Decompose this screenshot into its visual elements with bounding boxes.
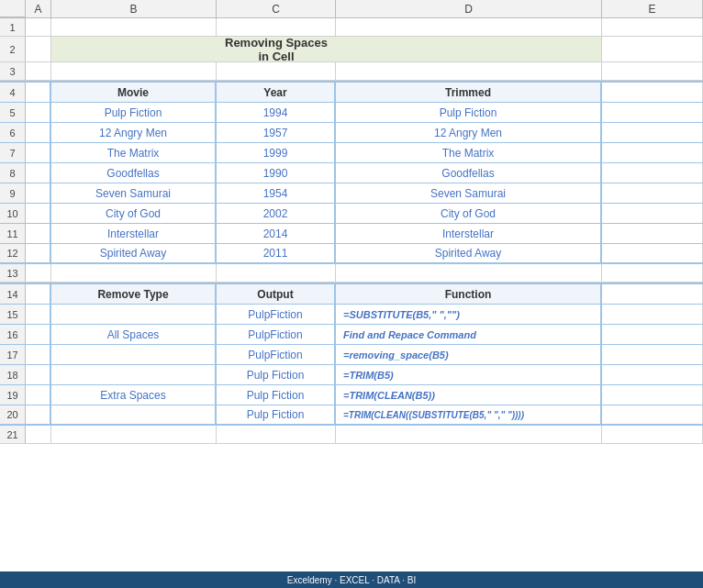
cell-b15 [51,305,217,324]
cell-d3 [336,62,602,80]
row-15: 15 PulpFiction =SUBSTITUTE(B5," ","") [0,305,703,325]
rownum-13: 13 [0,264,26,282]
row-2: 2 Removing Spaces in Cell [0,37,703,62]
cell-c13 [217,264,336,282]
cell-c6: 1957 [217,123,336,142]
rownum-9: 9 [0,183,26,203]
rownum-3: 3 [0,62,26,80]
cell-b8: Goodfellas [51,163,217,183]
cell-e16 [602,325,703,344]
cell-d10: City of God [336,204,602,223]
cell-a18 [26,365,51,384]
cell-c7: 1999 [217,143,336,162]
cell-e20 [602,405,703,424]
cell-e7 [602,143,703,162]
row-6: 6 12 Angry Men 1957 12 Angry Men [0,123,703,143]
cell-c21 [217,426,336,443]
brand-bar: Exceldemy · EXCEL · DATA · BI [0,571,703,588]
cell-b21 [51,426,217,443]
cell-c14-header: Output [217,284,336,304]
rownum-17: 17 [0,345,26,364]
cell-a11 [26,224,51,243]
cell-b16: All Spaces [51,325,217,344]
cell-e18 [602,365,703,384]
cell-a3 [26,62,51,80]
cell-d12: Spirited Away [336,244,602,262]
cell-a12 [26,244,51,262]
cell-d4-header: Trimmed [336,83,602,102]
row-12: 12 Spirited Away 2011 Spirited Away [0,244,703,264]
cell-b1 [51,18,217,36]
cell-c17: PulpFiction [217,345,336,364]
cell-d14-header: Function [336,284,602,304]
cell-d2 [336,37,602,61]
cell-e14 [602,284,703,304]
cell-e19 [602,385,703,405]
cell-b12: Spirited Away [51,244,217,262]
rownum-7: 7 [0,143,26,162]
cell-c8: 1990 [217,163,336,183]
row-21: 21 [0,426,703,444]
row-19: 19 Extra Spaces Pulp Fiction =TRIM(CLEAN… [0,385,703,405]
cell-a10 [26,204,51,223]
cell-c20: Pulp Fiction [217,405,336,424]
cell-d7: The Matrix [336,143,602,162]
cell-e8 [602,163,703,183]
cell-a7 [26,143,51,162]
row-16: 16 All Spaces PulpFiction Find and Repac… [0,325,703,345]
row-14: 14 Remove Type Output Function [0,283,703,305]
cell-d15: =SUBSTITUTE(B5," ","") [336,305,602,324]
cell-e4 [602,83,703,102]
cell-a16 [26,325,51,344]
cell-a13 [26,264,51,282]
row-5: 5 Pulp Fiction 1994 Pulp Fiction [0,103,703,123]
rownum-14: 14 [0,284,26,304]
rownum-21: 21 [0,426,26,443]
cell-d11: Interstellar [336,224,602,243]
cell-b11: Interstellar [51,224,217,243]
cell-b13 [51,264,217,282]
cell-b10: City of God [51,204,217,223]
row-13: 13 [0,264,703,283]
cell-a20 [26,405,51,424]
cell-a17 [26,345,51,364]
cell-d6: 12 Angry Men [336,123,602,142]
cell-d9: Seven Samurai [336,183,602,203]
rows-container: 1 2 Removing Spaces in Cell 3 [0,18,703,571]
rownum-19: 19 [0,385,26,405]
column-headers: A B C D E [0,0,703,18]
row-8: 8 Goodfellas 1990 Goodfellas [0,163,703,183]
spreadsheet: A B C D E 1 2 Removing Spaces in Cell 3 [0,0,703,588]
cell-a6 [26,123,51,142]
rownum-16: 16 [0,325,26,344]
cell-b14-header: Remove Type [51,284,217,304]
cell-a4 [26,83,51,102]
cell-c5: 1994 [217,103,336,122]
cell-c18: Pulp Fiction [217,365,336,384]
rownum-1: 1 [0,18,26,36]
cell-c1 [217,18,336,36]
row-3: 3 [0,62,703,81]
cell-b17 [51,345,217,364]
rownum-11: 11 [0,224,26,243]
cell-a5 [26,103,51,122]
cell-d13 [336,264,602,282]
col-header-b: B [51,0,217,17]
brand-name: Exceldemy [287,575,332,585]
row-7: 7 The Matrix 1999 The Matrix [0,143,703,163]
row-4: 4 Movie Year Trimmed [0,81,703,103]
cell-b7: The Matrix [51,143,217,162]
cell-e11 [602,224,703,243]
cell-d20: =TRIM(CLEAN((SUBSTITUTE(B5," "," ")))) [336,405,602,424]
cell-e13 [602,264,703,282]
cell-c19: Pulp Fiction [217,385,336,405]
rownum-2: 2 [0,37,26,61]
cell-b20 [51,405,217,424]
row-18: 18 Pulp Fiction =TRIM(B5) [0,365,703,385]
cell-c2: Removing Spaces in Cell [217,37,336,61]
cell-a19 [26,385,51,405]
cell-e6 [602,123,703,142]
cell-e21 [602,426,703,443]
cell-c3 [217,62,336,80]
cell-b18 [51,365,217,384]
